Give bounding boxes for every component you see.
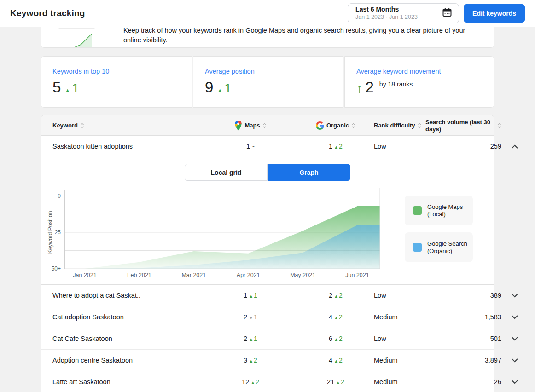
search-volume-cell: 259: [490, 143, 501, 150]
organic-position-value: 6: [329, 335, 332, 342]
stat-value: 9: [205, 79, 213, 96]
maps-position-cell: 2▼1: [244, 313, 257, 321]
legend-label: Google Maps(Local): [427, 203, 463, 218]
organic-position-cell: 4▲2: [329, 357, 343, 364]
sort-icon[interactable]: [262, 123, 267, 128]
stat-card-keyword-movement: Average keyword movement ↑ 2 by 18 ranks: [344, 56, 494, 108]
search-volume-cell: 1,583: [485, 313, 501, 321]
column-header-keyword[interactable]: Keyword: [52, 122, 200, 129]
top-bar: Keyword tracking Last 6 Months Jan 1 202…: [0, 0, 535, 27]
keyword-detail-panel: Local grid Graph 02550+Keyword PositionJ…: [41, 157, 494, 285]
x-axis-tick: Apr 2021: [237, 272, 260, 278]
change-amount: 2: [256, 378, 259, 386]
maps-position-value: 2: [244, 335, 247, 342]
expand-chevron-icon[interactable]: [501, 294, 518, 298]
stat-label: Keywords in top 10: [52, 68, 180, 75]
y-axis-tick: 0: [58, 193, 61, 199]
sort-icon[interactable]: [497, 123, 501, 128]
y-axis-tick: 25: [55, 229, 61, 236]
table-row[interactable]: Cat adoption Saskatoon2▼14▲2Medium1,583: [41, 306, 494, 328]
sort-icon[interactable]: [80, 123, 84, 128]
graph-toggle-button[interactable]: Graph: [268, 164, 350, 181]
table-row[interactable]: Cat Cafe Saskatoon2▲16▲2Low501: [41, 328, 494, 350]
column-label: Search volume (last 30 days): [425, 119, 495, 133]
stat-card-keywords-top10: Keywords in top 10 5 ▲ 1: [41, 56, 192, 108]
rank-difficulty-cell: Low: [370, 292, 425, 299]
stat-card-average-position: Average position 9 ▲ 1: [193, 56, 343, 108]
stat-cards-row: Keywords in top 10 5 ▲ 1 Average positio…: [41, 56, 494, 108]
table-row[interactable]: Latte art Saskatoon12▲221▲2Medium26: [41, 371, 494, 392]
stat-value: 2: [366, 79, 374, 96]
up-triangle-icon: ▲: [334, 358, 338, 363]
column-label: Rank difficulty: [374, 122, 415, 129]
table-rows-container: Where to adopt a cat Saskat..1▲12▲2Low38…: [41, 285, 494, 392]
search-volume-cell: 389: [490, 292, 501, 299]
x-axis-tick: Mar 2021: [181, 272, 206, 278]
maps-position-value: 12: [242, 378, 249, 386]
date-range-text: Last 6 Months Jan 1 2023 - Jun 1 2023: [355, 6, 436, 21]
column-header-maps[interactable]: Maps: [200, 121, 301, 131]
maps-position-cell: 2▲1: [244, 335, 257, 342]
change-amount: 1: [254, 292, 257, 299]
sort-icon[interactable]: [418, 123, 422, 128]
chart-legend: Google Maps(Local)Google Search(Organic): [405, 196, 473, 262]
column-header-organic[interactable]: Organic: [301, 121, 370, 130]
expanded-row-container: Saskatoon kitten adoptions1-1▲2Low259: [41, 136, 494, 157]
maps-position-cell: 12▲2: [242, 378, 259, 386]
expand-chevron-icon[interactable]: [501, 315, 518, 319]
intro-line1: Keep track of how your keywords rank in …: [123, 26, 465, 35]
rank-up-indicator: ▲1: [247, 335, 257, 342]
table-row[interactable]: Adoption centre Saskatoon3▲24▲2Medium3,8…: [41, 350, 494, 371]
chart-area: 02550+Keyword PositionJan 2021Feb 2021Ma…: [41, 185, 494, 280]
expand-chevron-icon[interactable]: [501, 337, 518, 341]
maps-position-cell: 1-: [246, 143, 255, 150]
rank-down-indicator: ▼1: [247, 313, 257, 321]
rank-up-indicator: ▲2: [332, 335, 343, 342]
up-triangle-icon: ▲: [249, 358, 253, 363]
maps-position-value: 1: [244, 292, 247, 299]
expand-chevron-icon[interactable]: [501, 380, 518, 384]
keyword-cell: Adoption centre Saskatoon: [52, 357, 200, 364]
organic-position-value: 4: [329, 313, 332, 321]
organic-position-value: 1: [329, 143, 332, 150]
stat-change: 1: [224, 81, 232, 96]
keyword-trend-thumbnail-icon: [58, 28, 95, 48]
table-row[interactable]: Where to adopt a cat Saskat..1▲12▲2Low38…: [41, 285, 494, 306]
maps-position-cell: 1▲1: [244, 292, 257, 299]
rank-up-indicator: ▲2: [332, 292, 343, 299]
column-header-rank-difficulty[interactable]: Rank difficulty: [370, 122, 425, 129]
sort-icon[interactable]: [351, 123, 355, 128]
up-triangle-icon: ▲: [334, 315, 338, 320]
edit-keywords-button[interactable]: Edit keywords: [464, 4, 525, 23]
local-grid-toggle-button[interactable]: Local grid: [185, 164, 268, 181]
rank-difficulty-cell: Medium: [370, 357, 425, 364]
y-axis-tick: 50+: [52, 265, 61, 272]
collapse-chevron-icon[interactable]: [501, 144, 518, 149]
date-range-label: Last 6 Months: [355, 6, 436, 14]
column-label: Maps: [244, 122, 260, 129]
keyword-position-chart: 02550+Keyword PositionJan 2021Feb 2021Ma…: [47, 185, 387, 280]
column-label: Keyword: [52, 122, 78, 129]
maps-position-value: 3: [244, 357, 247, 364]
organic-position-value: 4: [329, 357, 332, 364]
rank-difficulty-cell: Medium: [370, 378, 425, 386]
change-amount: 2: [339, 357, 343, 364]
calendar-icon[interactable]: [442, 7, 452, 19]
google-g-icon: [316, 121, 324, 130]
stat-value-row: 5 ▲ 1: [52, 79, 180, 96]
organic-position-cell: 2▲2: [329, 292, 343, 299]
intro-line2: online visibility.: [123, 35, 465, 45]
expand-chevron-icon[interactable]: [501, 358, 518, 363]
keyword-cell: Saskatoon kitten adoptions: [52, 143, 200, 150]
organic-position-cell: 4▲2: [329, 313, 343, 321]
rank-up-indicator: ▲2: [332, 143, 343, 150]
date-range-picker[interactable]: Last 6 Months Jan 1 2023 - Jun 1 2023: [348, 3, 459, 23]
rank-up-indicator: ▲2: [332, 313, 343, 321]
rank-difficulty-cell: Low: [370, 143, 425, 150]
keyword-table: Keyword Maps Organic Rank difficulty Sea…: [41, 115, 494, 392]
column-header-search-volume[interactable]: Search volume (last 30 days): [425, 119, 501, 133]
up-triangle-icon: ▲: [336, 380, 340, 385]
table-row[interactable]: Saskatoon kitten adoptions1-1▲2Low259: [41, 136, 494, 157]
legend-item: Google Maps(Local): [405, 196, 473, 225]
organic-position-value: 21: [327, 378, 334, 386]
